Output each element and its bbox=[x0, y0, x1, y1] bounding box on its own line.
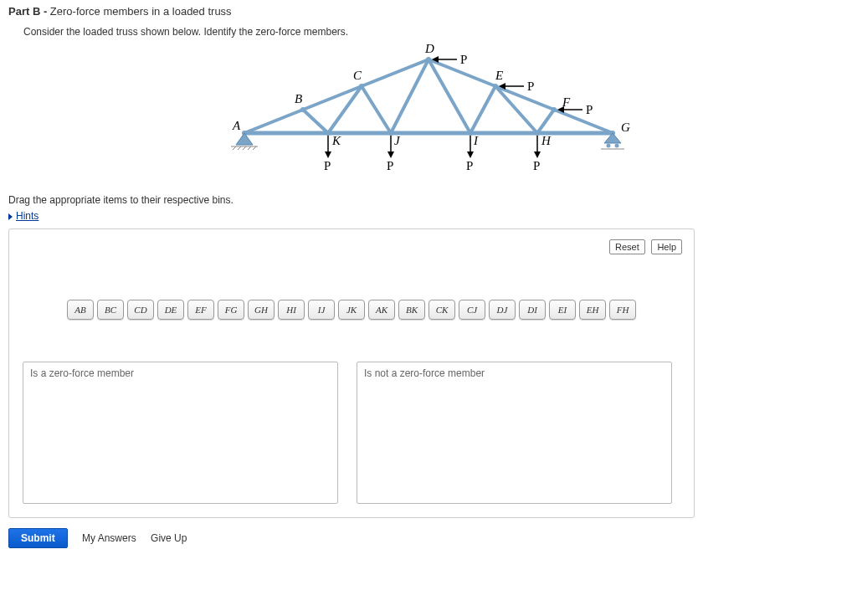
svg-point-22 bbox=[359, 84, 364, 89]
svg-point-16 bbox=[326, 131, 331, 136]
part-label: Part B bbox=[8, 5, 40, 18]
chip-FG[interactable]: FG bbox=[218, 300, 244, 320]
work-panel: Reset Help ABBCCDDEEFFGGHHIIJJKAKBKCKCJD… bbox=[8, 228, 695, 518]
part-header: Part B - Zero-force members in a loaded … bbox=[8, 5, 849, 18]
node-label-A: A bbox=[232, 119, 241, 132]
svg-text:P: P bbox=[387, 159, 393, 172]
svg-line-7 bbox=[303, 110, 328, 133]
svg-text:P: P bbox=[466, 159, 473, 172]
chip-EF[interactable]: EF bbox=[187, 300, 214, 320]
svg-point-17 bbox=[388, 131, 393, 136]
svg-line-1 bbox=[244, 110, 303, 133]
give-up-link[interactable]: Give Up bbox=[151, 532, 187, 544]
node-label-J: J bbox=[394, 134, 401, 147]
svg-text:P: P bbox=[586, 103, 593, 116]
node-label-H: H bbox=[541, 134, 552, 147]
chip-CD[interactable]: CD bbox=[127, 300, 154, 320]
part-title: Zero-force members in a loaded truss bbox=[50, 5, 232, 18]
question-prompt: Consider the loaded truss shown below. I… bbox=[23, 26, 849, 38]
svg-text:P: P bbox=[527, 80, 534, 93]
chip-CK[interactable]: CK bbox=[428, 300, 455, 320]
bin-zero-label: Is a zero-force member bbox=[30, 367, 134, 379]
svg-line-6 bbox=[554, 110, 613, 133]
load-arrow-I: P bbox=[466, 136, 474, 172]
chip-AK[interactable]: AK bbox=[368, 300, 395, 320]
svg-line-11 bbox=[428, 59, 470, 133]
chip-DI[interactable]: DI bbox=[519, 300, 546, 320]
node-label-F: F bbox=[562, 95, 571, 109]
chip-FH[interactable]: FH bbox=[609, 300, 636, 320]
svg-line-28 bbox=[233, 146, 236, 150]
svg-point-34 bbox=[607, 144, 611, 148]
my-answers-link[interactable]: My Answers bbox=[82, 532, 136, 544]
chip-AB[interactable]: AB bbox=[67, 300, 94, 320]
svg-line-9 bbox=[362, 86, 391, 133]
node-label-D: D bbox=[424, 42, 434, 55]
node-label-G: G bbox=[621, 121, 630, 134]
chip-BC[interactable]: BC bbox=[97, 300, 124, 320]
help-button[interactable]: Help bbox=[651, 239, 682, 254]
bin-notzero-label: Is not a zero-force member bbox=[364, 367, 485, 379]
svg-point-23 bbox=[426, 57, 431, 62]
submit-button[interactable]: Submit bbox=[8, 528, 68, 548]
chip-CJ[interactable]: CJ bbox=[459, 300, 485, 320]
svg-text:P: P bbox=[460, 53, 467, 66]
svg-line-12 bbox=[470, 86, 495, 133]
svg-line-14 bbox=[537, 110, 554, 133]
chip-DJ[interactable]: DJ bbox=[489, 300, 516, 320]
hints-label: Hints bbox=[16, 210, 38, 222]
svg-point-21 bbox=[300, 107, 305, 112]
svg-point-18 bbox=[468, 131, 473, 136]
drag-instruction: Drag the appropriate items to their resp… bbox=[8, 194, 849, 206]
chip-EI[interactable]: EI bbox=[549, 300, 576, 320]
node-label-E: E bbox=[495, 69, 503, 82]
chip-JK[interactable]: JK bbox=[338, 300, 365, 320]
svg-marker-47 bbox=[534, 151, 541, 158]
node-label-K: K bbox=[331, 134, 341, 147]
reset-button[interactable]: Reset bbox=[609, 239, 645, 254]
node-label-B: B bbox=[295, 92, 302, 105]
load-arrow-H: P bbox=[533, 136, 541, 172]
svg-point-25 bbox=[552, 107, 557, 112]
chip-IJ[interactable]: IJ bbox=[308, 300, 335, 320]
svg-line-29 bbox=[238, 146, 241, 150]
chip-pool: ABBCCDDEEFFGGHHIIJJKAKBKCKCJDJDIEIEHFH bbox=[23, 300, 680, 320]
chip-HI[interactable]: HI bbox=[278, 300, 305, 320]
svg-text:P: P bbox=[533, 159, 540, 172]
svg-line-31 bbox=[248, 146, 251, 150]
chip-EH[interactable]: EH bbox=[579, 300, 606, 320]
hints-toggle[interactable]: Hints bbox=[8, 210, 38, 222]
chip-GH[interactable]: GH bbox=[248, 300, 275, 320]
bin-not-zero-force[interactable]: Is not a zero-force member bbox=[357, 362, 672, 504]
svg-marker-38 bbox=[325, 151, 331, 158]
node-label-C: C bbox=[353, 69, 362, 82]
svg-point-19 bbox=[535, 131, 540, 136]
svg-marker-41 bbox=[387, 151, 394, 158]
chip-BK[interactable]: BK bbox=[398, 300, 425, 320]
load-arrow-J: P bbox=[387, 136, 394, 172]
expand-icon bbox=[8, 213, 13, 220]
svg-point-35 bbox=[615, 144, 619, 148]
load-arrow-K: P bbox=[324, 136, 331, 172]
node-label-I: I bbox=[473, 134, 479, 147]
bin-zero-force[interactable]: Is a zero-force member bbox=[23, 362, 338, 504]
svg-point-24 bbox=[493, 84, 498, 89]
truss-figure: A B C D E F G H I J K P P P P bbox=[8, 41, 849, 186]
chip-DE[interactable]: DE bbox=[157, 300, 184, 320]
svg-text:P: P bbox=[324, 159, 331, 172]
svg-marker-44 bbox=[467, 151, 474, 158]
svg-line-32 bbox=[253, 146, 256, 150]
svg-line-30 bbox=[243, 146, 246, 150]
